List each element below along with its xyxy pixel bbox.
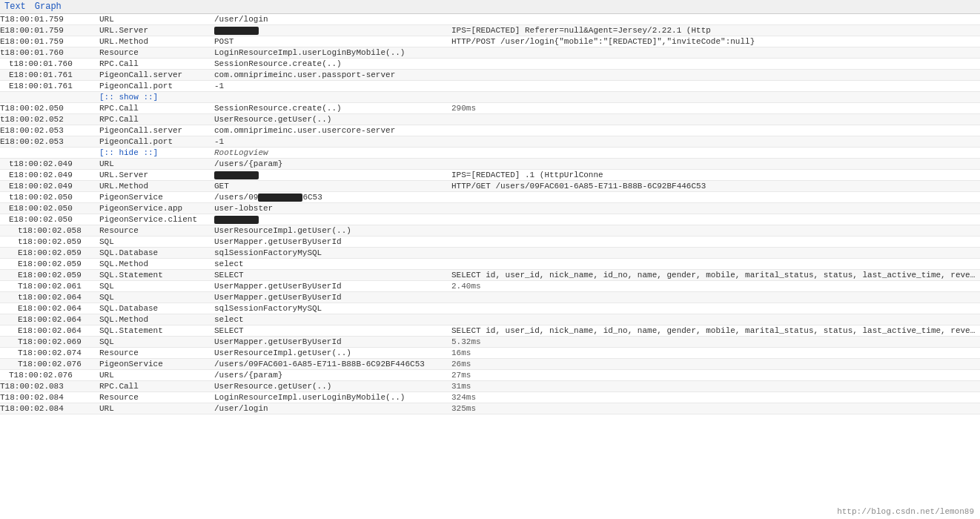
cell-extra xyxy=(448,159,980,170)
cell-type: RPC.Call xyxy=(96,381,211,392)
cell-time: E18:00:02.049 xyxy=(0,181,96,192)
text-tab[interactable]: Text xyxy=(4,1,26,12)
cell-time: t18:00:02.052 xyxy=(0,114,96,125)
cell-value xyxy=(211,25,448,36)
cell-extra: 325ms xyxy=(448,403,980,414)
cell-value: LoginResourceImpl.userLoginByMobile(..) xyxy=(211,392,448,403)
cell-value: select xyxy=(211,259,448,270)
cell-time: T18:00:02.083 xyxy=(0,381,96,392)
table-row: E18:00:01.761PigeonCall.port-1 xyxy=(0,81,980,92)
cell-type: SQL.Statement xyxy=(96,325,211,337)
cell-value: UserResourceImpl.getUser(..) xyxy=(211,348,448,359)
cell-value: user-lobster xyxy=(211,203,448,214)
table-row: E18:00:01.759URL.ServerIPS=[REDACTED] Re… xyxy=(0,25,980,36)
cell-value: SessionResource.create(..) xyxy=(211,59,448,70)
table-row: E18:00:02.064SQL.StatementSELECTSELECT i… xyxy=(0,325,980,337)
cell-type: PigeonCall.port xyxy=(96,136,211,148)
cell-time: E18:00:02.059 xyxy=(0,270,96,281)
cell-extra xyxy=(448,237,980,248)
cell-extra xyxy=(448,314,980,325)
cell-time: E18:00:01.759 xyxy=(0,36,96,47)
table-row: E18:00:02.059SQL.DatabasesqlSessionFacto… xyxy=(0,248,980,259)
cell-value: /users/{param} xyxy=(211,159,448,170)
top-bar: Text Graph xyxy=(0,0,980,14)
cell-time: E18:00:02.049 xyxy=(0,170,96,181)
cell-extra xyxy=(448,70,980,81)
cell-time: T18:00:02.076 xyxy=(0,359,96,370)
table-row: [:: hide ::]RootLogview xyxy=(0,148,980,159)
cell-type: PigeonCall.server xyxy=(96,70,211,81)
cell-extra: IPS=[REDACTED] .1 (HttpUrlConne xyxy=(448,170,980,181)
cell-extra: 31ms xyxy=(448,381,980,392)
cell-extra: SELECT id, user_id, nick_name, id_no, na… xyxy=(448,270,980,281)
cell-time: t18:00:01.760 xyxy=(0,47,96,59)
table-row: E18:00:01.761PigeonCall.servercom.omnipr… xyxy=(0,70,980,81)
cell-type: Resource xyxy=(96,225,211,237)
table-row: t18:00:02.050PigeonService/users/096C53 xyxy=(0,192,980,203)
cell-value: com.omniprimeinc.user.usercore-server xyxy=(211,125,448,136)
cell-value xyxy=(211,92,448,103)
table-row: t18:00:01.760ResourceLoginResourceImpl.u… xyxy=(0,47,980,59)
table-row: E18:00:02.053PigeonCall.servercom.omnipr… xyxy=(0,125,980,136)
table-row: T18:00:02.076URL/users/{param}27ms xyxy=(0,370,980,381)
table-row: T18:00:02.069SQLUserMapper.getUserByUser… xyxy=(0,337,980,348)
cell-type: URL xyxy=(96,403,211,414)
cell-extra xyxy=(448,303,980,314)
cell-time: E18:00:02.053 xyxy=(0,125,96,136)
table-row: [:: show ::] xyxy=(0,92,980,103)
cell-time: T18:00:02.084 xyxy=(0,403,96,414)
cell-time: E18:00:02.050 xyxy=(0,203,96,214)
cell-time xyxy=(0,148,96,159)
cell-time: E18:00:02.064 xyxy=(0,314,96,325)
cell-type: Resource xyxy=(96,47,211,59)
cell-time: E18:00:02.053 xyxy=(0,136,96,148)
cell-type: SQL xyxy=(96,237,211,248)
cell-extra: HTTP/POST /user/login{"mobile":"[REDACTE… xyxy=(448,36,980,47)
cell-extra xyxy=(448,125,980,136)
cell-time: E18:00:01.761 xyxy=(0,70,96,81)
table-row: t18:00:02.052RPC.CallUserResource.getUse… xyxy=(0,114,980,125)
cell-type[interactable]: [:: hide ::] xyxy=(96,148,211,159)
cell-time: E18:00:02.059 xyxy=(0,248,96,259)
cell-type: SQL xyxy=(96,281,211,292)
table-row: E18:00:02.050PigeonService.appuser-lobst… xyxy=(0,203,980,214)
cell-value: UserMapper.getUserByUserId xyxy=(211,337,448,348)
cell-extra xyxy=(448,248,980,259)
graph-tab[interactable]: Graph xyxy=(35,1,62,12)
cell-extra xyxy=(448,214,980,225)
table-row: E18:00:02.059SQL.Methodselect xyxy=(0,259,980,270)
cell-type: URL.Method xyxy=(96,181,211,192)
cell-value: UserResource.getUser(..) xyxy=(211,381,448,392)
table-row: E18:00:02.049URL.ServerIPS=[REDACTED] .1… xyxy=(0,170,980,181)
cell-type: URL.Server xyxy=(96,170,211,181)
cell-extra: 324ms xyxy=(448,392,980,403)
table-row: t18:00:01.760RPC.CallSessionResource.cre… xyxy=(0,59,980,70)
cell-extra xyxy=(448,114,980,125)
cell-extra xyxy=(448,203,980,214)
cell-value: com.omniprimeinc.user.passport-server xyxy=(211,70,448,81)
cell-value: sqlSessionFactoryMySQL xyxy=(211,248,448,259)
table-row: T18:00:02.084ResourceLoginResourceImpl.u… xyxy=(0,392,980,403)
cell-type: RPC.Call xyxy=(96,59,211,70)
cell-type[interactable]: [:: show ::] xyxy=(96,92,211,103)
table-row: t18:00:02.058ResourceUserResourceImpl.ge… xyxy=(0,225,980,237)
cell-time: T18:00:02.084 xyxy=(0,392,96,403)
cell-value: /user/login xyxy=(211,403,448,414)
cell-value: SELECT xyxy=(211,325,448,337)
cell-type: SQL.Statement xyxy=(96,270,211,281)
cell-extra xyxy=(448,59,980,70)
cell-type: Resource xyxy=(96,348,211,359)
cell-time: E18:00:01.761 xyxy=(0,81,96,92)
cell-extra: 26ms xyxy=(448,359,980,370)
cell-type: Resource xyxy=(96,392,211,403)
cell-type: URL xyxy=(96,370,211,381)
cell-time: E18:00:01.759 xyxy=(0,25,96,36)
cell-type: SQL.Database xyxy=(96,248,211,259)
cell-type: RPC.Call xyxy=(96,103,211,114)
cell-type: URL.Method xyxy=(96,36,211,47)
cell-extra xyxy=(448,292,980,303)
table-row: t18:00:02.059SQLUserMapper.getUserByUser… xyxy=(0,237,980,248)
cell-value: SELECT xyxy=(211,270,448,281)
cell-extra xyxy=(448,14,980,25)
table-row: t18:00:02.049URL/users/{param} xyxy=(0,159,980,170)
